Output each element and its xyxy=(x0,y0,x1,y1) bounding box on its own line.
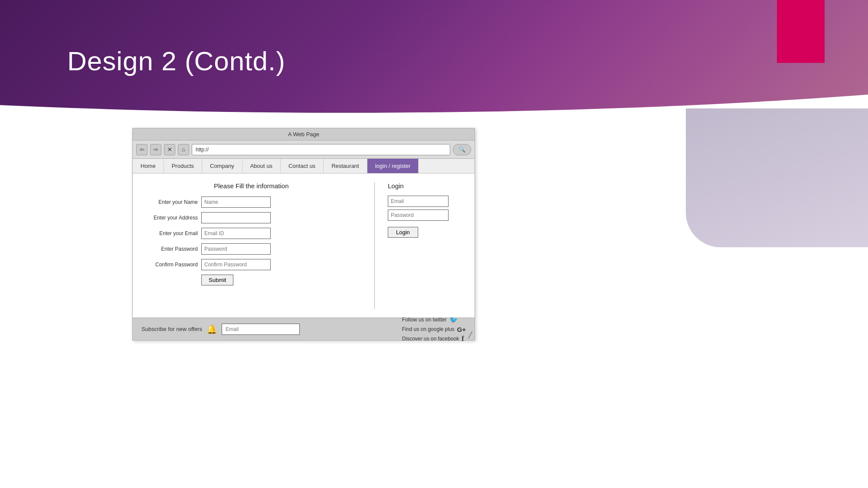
resize-icon: ╱ xyxy=(468,331,472,338)
browser-content: Please Fill the information Enter your N… xyxy=(133,174,475,318)
search-button[interactable]: 🔍 xyxy=(453,144,471,155)
form-label-address: Enter your Address xyxy=(141,215,198,221)
footer-email-input[interactable] xyxy=(222,324,300,335)
url-input[interactable] xyxy=(192,144,450,155)
facebook-text: Discover us on facebook xyxy=(402,336,459,342)
googleplus-row: Find us on google plus G+ xyxy=(402,326,466,333)
footer-social: Follow us on twitter 🐦 Find us on google… xyxy=(402,316,466,343)
subscribe-text: Subscribe for new offers xyxy=(141,326,202,332)
back-button[interactable]: ⇦ xyxy=(136,144,147,155)
address-input[interactable] xyxy=(201,212,271,223)
bell-icon: 🔔 xyxy=(206,324,217,334)
twitter-row: Follow us on twitter 🐦 xyxy=(402,316,466,324)
form-row-email: Enter your Email xyxy=(141,228,361,239)
login-email-input[interactable] xyxy=(388,196,449,207)
nav-contact[interactable]: Contact us xyxy=(281,159,324,173)
password-input[interactable] xyxy=(201,243,271,255)
form-label-password: Enter Password xyxy=(141,246,198,252)
facebook-row: Discover us on facebook f xyxy=(402,335,466,343)
login-title: Login xyxy=(388,182,466,190)
browser-titlebar: A Web Page xyxy=(133,128,475,141)
section-divider xyxy=(374,182,375,309)
home-button[interactable]: ⌂ xyxy=(178,144,189,155)
form-title: Please Fill the information xyxy=(141,182,361,190)
form-row-address: Enter your Address xyxy=(141,212,361,223)
form-label-email: Enter your Email xyxy=(141,230,198,236)
nav-company[interactable]: Company xyxy=(202,159,242,173)
submit-button[interactable]: Submit xyxy=(201,275,233,285)
browser-mockup: A Web Page ⇦ ⇨ ✕ ⌂ 🔍 Home Products Compa… xyxy=(132,128,475,341)
slide-title: Design 2 (Contd.) xyxy=(67,46,285,76)
name-input[interactable] xyxy=(201,197,271,208)
right-gray-decoration xyxy=(686,108,868,247)
forward-button[interactable]: ⇨ xyxy=(150,144,161,155)
nav-about[interactable]: About us xyxy=(242,159,281,173)
confirm-password-input[interactable] xyxy=(201,259,271,270)
googleplus-icon[interactable]: G+ xyxy=(457,326,466,333)
browser-nav: Home Products Company About us Contact u… xyxy=(133,159,475,174)
nav-products[interactable]: Products xyxy=(164,159,202,173)
nav-restaurant[interactable]: Restaurant xyxy=(324,159,367,173)
registration-form: Please Fill the information Enter your N… xyxy=(141,182,361,309)
browser-title-text: A Web Page xyxy=(288,131,319,138)
stop-button[interactable]: ✕ xyxy=(164,144,175,155)
form-row-confirm-password: Confirm Password xyxy=(141,259,361,270)
twitter-icon[interactable]: 🐦 xyxy=(449,316,458,324)
footer-subscribe: Subscribe for new offers 🔔 xyxy=(141,324,300,335)
facebook-icon[interactable]: f xyxy=(462,335,464,343)
login-password-input[interactable] xyxy=(388,210,449,221)
login-button[interactable]: Login xyxy=(388,227,418,238)
form-row-name: Enter your Name xyxy=(141,197,361,208)
form-label-confirm-password: Confirm Password xyxy=(141,262,198,268)
twitter-text: Follow us on twitter xyxy=(402,317,447,323)
browser-footer: Subscribe for new offers 🔔 Follow us on … xyxy=(133,318,475,340)
submit-row: Submit xyxy=(201,275,361,285)
form-label-name: Enter your Name xyxy=(141,199,198,205)
form-row-password: Enter Password xyxy=(141,243,361,255)
pink-accent-decoration xyxy=(777,0,825,63)
nav-login-register[interactable]: login / register xyxy=(367,159,419,173)
login-section: Login Login xyxy=(388,182,466,309)
email-input[interactable] xyxy=(201,228,271,239)
browser-toolbar: ⇦ ⇨ ✕ ⌂ 🔍 xyxy=(133,141,475,159)
nav-home[interactable]: Home xyxy=(133,159,164,173)
googleplus-text: Find us on google plus xyxy=(402,326,455,332)
